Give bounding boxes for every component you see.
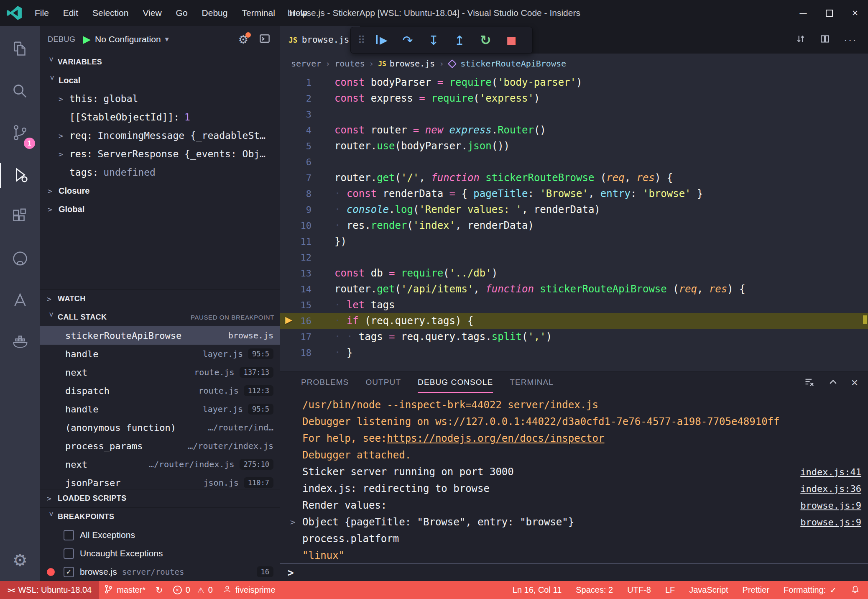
line-number[interactable]: 7: [280, 173, 311, 183]
breakpoint-row[interactable]: ✓browse.jsserver/routes16: [40, 563, 280, 581]
breakpoint-checkbox[interactable]: [64, 548, 74, 559]
step-out-button[interactable]: ↥: [447, 33, 472, 48]
line-number[interactable]: 14: [280, 284, 311, 294]
code-line[interactable]: 11}): [280, 233, 868, 249]
panel-tab-debug-console[interactable]: DEBUG CONSOLE: [418, 372, 493, 393]
breadcrumb-item[interactable]: browse.js: [390, 59, 435, 69]
line-number[interactable]: 11: [280, 236, 311, 247]
maximize-button[interactable]: [816, 0, 842, 26]
code-line[interactable]: 3: [280, 106, 868, 122]
console-source-link[interactable]: index.js:41: [800, 467, 861, 477]
code-line[interactable]: 9· console.log('Render values: ', render…: [280, 202, 868, 218]
console-source-link[interactable]: index.js:36: [800, 484, 861, 494]
call-stack-frame[interactable]: handlelayer.js95:5: [40, 345, 280, 363]
line-number[interactable]: 17: [280, 332, 311, 342]
clear-console-icon[interactable]: [804, 376, 815, 389]
eol-indicator[interactable]: LF: [665, 585, 675, 595]
debug-config-dropdown[interactable]: No Configuration ▼: [95, 34, 169, 44]
loaded-scripts-section-header[interactable]: > LOADED SCRIPTS: [40, 489, 280, 507]
step-over-button[interactable]: ↷: [395, 33, 421, 48]
language-mode[interactable]: JavaScript: [689, 585, 728, 595]
more-actions-icon[interactable]: ···: [844, 33, 857, 46]
breakpoint-row[interactable]: Uncaught Exceptions: [40, 544, 280, 563]
tab-browse-js[interactable]: JS browse.js: [280, 26, 360, 54]
continue-button[interactable]: ▶: [369, 34, 395, 46]
remote-indicator[interactable]: >< WSL: Ubuntu-18.04: [0, 581, 99, 599]
git-branch[interactable]: master*: [99, 581, 151, 599]
code-line[interactable]: 5router.use(bodyParser.json()): [280, 138, 868, 154]
call-stack-frame[interactable]: dispatchroute.js112:3: [40, 381, 280, 400]
sync-button[interactable]: ↻: [151, 581, 168, 599]
code-line[interactable]: 4const router = new express.Router(): [280, 122, 868, 138]
code-line[interactable]: 15· let tags: [280, 297, 868, 313]
activity-run-debug[interactable]: [0, 155, 40, 197]
line-number[interactable]: 18: [280, 348, 311, 358]
console-source-link[interactable]: browse.js:9: [800, 517, 861, 527]
code-line[interactable]: 1const bodyParser = require('body-parser…: [280, 74, 868, 90]
variables-scope-row[interactable]: >Global: [40, 200, 280, 218]
breadcrumb-item[interactable]: routes: [334, 59, 365, 69]
cursor-position[interactable]: Ln 16, Col 11: [513, 585, 562, 595]
line-number[interactable]: 12: [280, 252, 311, 263]
activity-explorer[interactable]: [0, 29, 40, 71]
encoding[interactable]: UTF-8: [627, 585, 651, 595]
code-line[interactable]: 10· res.render('index', renderData): [280, 218, 868, 233]
debug-console-input[interactable]: >: [280, 563, 868, 581]
swap-editors-icon[interactable]: [795, 33, 806, 46]
variable-row[interactable]: >req:IncomingMessage {_readableSt…: [40, 126, 280, 145]
drag-handle-icon[interactable]: ⠿: [357, 34, 365, 46]
line-number[interactable]: 13: [280, 268, 311, 279]
variable-row[interactable]: >[[StableObjectId]]:1: [40, 108, 280, 126]
breadcrumb-item[interactable]: server: [291, 59, 321, 69]
formatting-status[interactable]: Formatting: ✓: [784, 585, 837, 595]
activity-docker[interactable]: [0, 322, 40, 364]
account-indicator[interactable]: fiveisprime: [218, 581, 281, 599]
breakpoint-row[interactable]: All Exceptions: [40, 526, 280, 544]
call-stack-frame[interactable]: nextroute.js137:13: [40, 363, 280, 381]
activity-search[interactable]: [0, 71, 40, 113]
variable-row[interactable]: >this:global: [40, 90, 280, 108]
panel-tab-output[interactable]: OUTPUT: [365, 372, 401, 393]
code-line[interactable]: 16▶· if (req.query.tags) {: [280, 313, 868, 329]
menu-edit[interactable]: Edit: [56, 0, 85, 26]
breadcrumb-item[interactable]: stickerRouteApiBrowse: [460, 59, 566, 69]
code-line[interactable]: 8· const renderData = { pageTitle: 'Brow…: [280, 186, 868, 202]
formatter[interactable]: Prettier: [743, 585, 769, 595]
expand-chevron-icon[interactable]: >: [290, 517, 295, 527]
start-debug-button[interactable]: ▶: [83, 33, 91, 45]
menu-file[interactable]: File: [28, 0, 56, 26]
line-number[interactable]: 6: [280, 157, 311, 167]
call-stack-frame[interactable]: handlelayer.js95:5: [40, 400, 280, 418]
code-line[interactable]: 18· }: [280, 345, 868, 361]
step-into-button[interactable]: ↧: [421, 33, 447, 48]
line-number[interactable]: 10: [280, 220, 311, 231]
call-stack-frame[interactable]: (anonymous function)…/router/ind…: [40, 418, 280, 437]
variables-scope-row[interactable]: >Closure: [40, 182, 280, 200]
restart-button[interactable]: ↻: [472, 32, 498, 48]
console-link[interactable]: https://nodejs.org/en/docs/inspector: [387, 433, 604, 444]
code-line[interactable]: 13const db = require('../db'): [280, 265, 868, 281]
code-editor[interactable]: 1const bodyParser = require('body-parser…: [280, 74, 868, 371]
call-stack-section-header[interactable]: > CALL STACK PAUSED ON BREAKPOINT: [40, 308, 280, 326]
menu-go[interactable]: Go: [169, 0, 195, 26]
activity-github[interactable]: [0, 238, 40, 280]
menu-selection[interactable]: Selection: [85, 0, 135, 26]
code-line[interactable]: 17· · tags = req.query.tags.split(','): [280, 329, 868, 345]
notifications-bell[interactable]: [851, 584, 860, 596]
indentation[interactable]: Spaces: 2: [576, 585, 613, 595]
split-editor-icon[interactable]: [819, 33, 830, 46]
line-number[interactable]: 15: [280, 300, 311, 310]
line-number[interactable]: 5: [280, 141, 311, 151]
breakpoints-section-header[interactable]: > BREAKPOINTS: [40, 507, 280, 526]
close-button[interactable]: ×: [842, 0, 868, 26]
menu-terminal[interactable]: Terminal: [235, 0, 282, 26]
open-debug-console-icon[interactable]: [258, 32, 271, 46]
panel-tab-terminal[interactable]: TERMINAL: [510, 372, 554, 393]
line-number[interactable]: 3: [280, 109, 311, 120]
variable-row[interactable]: >res:ServerResponse {_events: Obj…: [40, 145, 280, 163]
menu-debug[interactable]: Debug: [195, 0, 235, 26]
maximize-panel-chevron-icon[interactable]: [827, 376, 839, 389]
variables-scope-row[interactable]: >Local: [40, 71, 280, 90]
watch-section-header[interactable]: > WATCH: [40, 289, 280, 308]
panel-tab-problems[interactable]: PROBLEMS: [301, 372, 349, 393]
